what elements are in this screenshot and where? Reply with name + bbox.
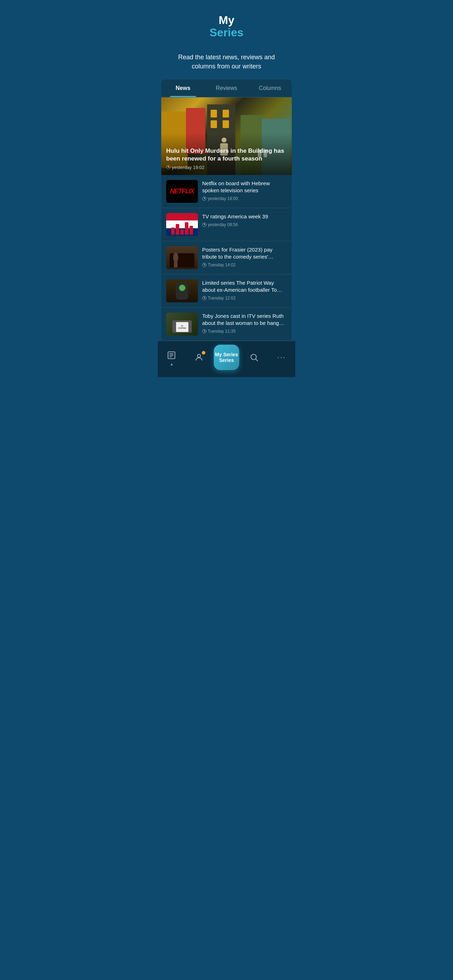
myseries-center-button[interactable]: My Series Series [214,345,239,370]
news-item-2[interactable]: TV ratings America week 39 yesterday 08:… [161,208,292,241]
nav-item-myseries[interactable]: My Series Series [213,345,240,370]
bar-4 [185,222,188,235]
bar-2 [176,224,179,235]
news-item-1[interactable]: NETFLIX Netflix on board with Hebrew spo… [161,175,292,208]
news-title-1: Netflix on board with Hebrew spoken tele… [202,180,287,194]
title-my: My [219,14,234,27]
news-content-4: Limited series The Patriot Way about ex-… [202,279,287,301]
building-windows [211,110,232,128]
nav-item-search[interactable] [240,351,268,364]
app-title-my: My Series [165,14,288,39]
nav-active-dot-feed [171,364,173,366]
thumbnail-frasier [166,246,198,269]
thumbnail-netflix: NETFLIX [166,180,198,203]
subtitle: Read the latest news, reviews and column… [158,46,295,79]
news-content-1: Netflix on board with Hebrew spoken tele… [202,180,287,201]
tab-news[interactable]: News [161,80,205,97]
newspaper-icon [167,351,176,360]
news-content-5: Toby Jones cast in ITV series Ruth about… [202,313,287,334]
news-time-text-4: Tuesday 12:02 [208,296,236,301]
bar-3 [180,229,184,235]
news-time-5: Tuesday 11:35 [202,329,287,334]
clock-icon [166,165,170,169]
window-1 [211,110,217,118]
featured-overlay: Hulu hit Only Murders in the Building ha… [161,133,292,175]
thumbnail-patriot [166,279,198,302]
bar-1 [171,228,175,235]
patriot-scene [166,279,198,302]
remote-circle [179,285,185,291]
clock-icon-5 [202,329,207,333]
paper: TVCASTING [176,322,188,332]
news-time-4: Tuesday 12:02 [202,296,287,301]
svg-point-4 [197,354,201,357]
news-time-text-3: Tuesday 14:02 [208,262,236,267]
news-time-1: yesterday 18:00 [202,196,287,201]
clock-icon-3 [202,263,207,267]
bottom-nav: My Series Series ··· [158,341,295,377]
app-container: My Series Read the latest news, reviews … [158,0,295,377]
tab-reviews[interactable]: Reviews [205,80,248,97]
news-time-text-5: Tuesday 11:35 [208,329,236,334]
clock-icon-1 [202,196,207,201]
featured-time-text: yesterday 19:02 [172,165,205,170]
nav-item-profile[interactable] [185,351,213,364]
header: My Series [158,0,295,46]
nav-icon-search-wrap [248,351,261,364]
news-time-text-1: yesterday 18:00 [208,196,238,201]
window-2 [223,110,229,118]
profile-badge [202,351,205,355]
person-body-frasier [174,260,178,267]
featured-time: yesterday 19:02 [166,165,287,170]
news-item-5[interactable]: TVCASTING Toby Jones cast in ITV series … [161,308,292,341]
news-title-2: TV ratings America week 39 [202,213,287,220]
center-series-label: Series [219,357,234,363]
featured-article[interactable]: Hulu hit Only Murders in the Building ha… [161,97,292,175]
more-icon: ··· [277,353,286,362]
news-content-2: TV ratings America week 39 yesterday 08:… [202,213,287,227]
news-time-text-2: yesterday 08:56 [208,222,238,227]
clock-icon-2 [202,223,207,227]
casting-scene: TVCASTING [166,313,198,336]
nav-icon-feed-wrap [165,349,178,361]
netflix-logo: NETFLIX [170,188,194,195]
news-time-2: yesterday 08:56 [202,222,287,227]
content-card: News Reviews Columns [161,80,292,341]
flag-red [166,213,198,221]
news-content-3: Posters for Frasier (2023) pay tribute t… [202,246,287,268]
window-4 [223,120,229,128]
nav-item-feed[interactable] [158,349,185,366]
news-item-4[interactable]: Limited series The Patriot Way about ex-… [161,274,292,308]
tab-columns[interactable]: Columns [248,80,292,97]
news-title-3: Posters for Frasier (2023) pay tribute t… [202,246,287,261]
center-my-label: My Series [215,352,238,357]
nav-icon-profile-wrap [192,351,205,364]
search-icon [250,353,259,362]
thumbnail-tv-ratings [166,213,198,236]
frasier-scene [166,246,198,269]
news-list: NETFLIX Netflix on board with Hebrew spo… [161,175,292,341]
featured-title: Hulu hit Only Murders in the Building ha… [166,147,287,162]
news-title-5: Toby Jones cast in ITV series Ruth about… [202,313,287,327]
title-series: Series [210,26,243,39]
bar-5 [189,226,193,235]
typewriter: TVCASTING [173,320,192,332]
tabs: News Reviews Columns [161,80,292,97]
nav-item-more[interactable]: ··· [268,351,295,364]
svg-point-5 [251,354,256,360]
nav-icon-more-wrap: ··· [275,351,288,364]
news-title-4: Limited series The Patriot Way about ex-… [202,279,287,294]
news-item-3[interactable]: Posters for Frasier (2023) pay tribute t… [161,241,292,274]
thumbnail-casting: TVCASTING [166,313,198,336]
window-3 [211,120,217,128]
person-head-frasier [173,253,178,260]
remote-btn [176,282,188,299]
clock-icon-4 [202,296,207,300]
news-time-3: Tuesday 14:02 [202,262,287,267]
svg-line-6 [256,359,258,361]
tv-bars [171,221,193,235]
